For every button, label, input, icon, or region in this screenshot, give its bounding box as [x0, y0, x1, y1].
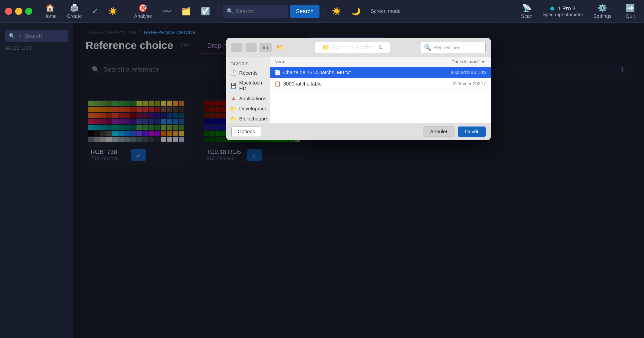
layers-icon: 🗂️ — [182, 7, 191, 16]
development-icon: 📁 — [230, 106, 237, 112]
toolbar-moon[interactable]: 🌙 — [347, 5, 365, 17]
location-folder-icon: 📁 — [323, 44, 329, 51]
moon-icon: 🌙 — [351, 7, 361, 16]
create-label: Create — [67, 13, 82, 19]
applications-label: Applications — [239, 96, 266, 102]
dialog-body: Favoris 🕐 Récents 💾 Macintosh HD 🔺 Appli… — [226, 57, 491, 123]
file-date-2: 22 février 2022 à — [436, 81, 487, 87]
toolbar-right: 📡 Scan i1 Pro 2 Spectrophotometer ⚙️ Set… — [517, 2, 639, 21]
sidebar-item-macintosh[interactable]: 💾 Macintosh HD — [226, 78, 270, 94]
sidebar-dropdown-icon[interactable]: ▼ — [18, 34, 22, 38]
maximize-button[interactable] — [25, 8, 32, 15]
toolbar-screen-mode[interactable]: Screen mode — [367, 7, 405, 16]
toolbar-waveform[interactable]: 〰️ — [158, 5, 175, 17]
macintosh-label: Macintosh HD — [239, 80, 266, 92]
dialog-file-header: Nom Date de modificat — [270, 57, 491, 67]
macintosh-icon: 💾 — [230, 83, 237, 89]
screen-mode-label: Screen mode — [371, 8, 401, 14]
toolbar-home[interactable]: 🏠 Home — [39, 2, 61, 21]
dialog-search-input[interactable] — [434, 45, 482, 51]
sidebar-item-recents[interactable]: 🕐 Récents — [226, 68, 270, 78]
dialog-footer: Options Annuler Ouvrir — [226, 123, 491, 140]
applications-icon: 🔺 — [230, 96, 237, 102]
file-date-1: aujourd'hui à 10:2 — [436, 70, 487, 75]
home-icon: 🏠 — [45, 4, 55, 12]
analyse-label: Analyse — [134, 13, 152, 19]
toolbar-checkmark[interactable]: ✓ — [88, 5, 102, 17]
dialog-location: 📁 Export I1 Profiler ⇅ — [288, 42, 417, 53]
bibliotheque-icon: 📁 — [230, 116, 237, 122]
toolbar-create[interactable]: 🖨️ Create — [63, 2, 86, 21]
dialog-forward-button[interactable]: › — [245, 43, 257, 52]
screen-sun-icon: ☀️ — [332, 7, 341, 16]
sidebar: 🔍 ▼ FILES LIST — [0, 23, 73, 338]
location-arrows-icon: ⇅ — [378, 44, 382, 51]
toolbar-settings[interactable]: ⚙️ Settings — [589, 2, 616, 21]
toolbar-sep-3 — [324, 5, 324, 18]
file-row-2[interactable]: 📋 3000patchs.table 22 février 2022 à — [270, 78, 491, 90]
dialog-sidebar: Favoris 🕐 Récents 💾 Macintosh HD 🔺 Appli… — [226, 57, 270, 123]
toolbar-quit[interactable]: ➡️ Quit — [622, 2, 639, 21]
toolbar-sep-2 — [218, 5, 219, 18]
search-input-toolbar[interactable] — [236, 8, 284, 15]
dialog-options-button[interactable]: Options — [231, 126, 261, 137]
dialog-cancel-button[interactable]: Annuler — [423, 126, 455, 137]
search-active-button[interactable]: Search — [290, 5, 320, 18]
minimize-button[interactable] — [15, 8, 22, 15]
toolbar-layers[interactable]: 🗂️ — [177, 5, 195, 17]
spectro-label: Spectrophotometer — [543, 12, 583, 17]
bibliotheque-label: Bibliothèque — [239, 116, 267, 122]
traffic-lights — [5, 8, 32, 15]
dialog-open-button[interactable]: Ouvrir — [458, 126, 486, 137]
home-label: Home — [43, 13, 57, 19]
sidebar-item-bibliotheque[interactable]: 📁 Bibliothèque — [226, 114, 270, 124]
sidebar-item-applications[interactable]: 🔺 Applications — [226, 94, 270, 104]
toolbar-screen-sun[interactable]: ☀️ — [328, 5, 345, 17]
toolbar-analyse[interactable]: 🎯 Analyse — [130, 2, 156, 21]
spectro-dot — [550, 7, 554, 11]
file-header-date: Date de modificat — [436, 59, 487, 65]
file-dialog: ‹ › ≡ ▾ 📂 📁 Export I1 Profiler ⇅ — [226, 38, 491, 140]
sidebar-search[interactable]: 🔍 ▼ — [5, 30, 68, 42]
create-icon: 🖨️ — [70, 4, 79, 12]
file-icon-table: 📋 — [274, 81, 281, 87]
file-name-2: 3000patchs.table — [283, 81, 434, 87]
dialog-file-list: Nom Date de modificat 📄 Charte de 1514 p… — [270, 57, 491, 123]
spectrophotometer-name: i1 Pro 2 — [550, 5, 576, 12]
dialog-toolbar: ‹ › ≡ ▾ 📂 📁 Export I1 Profiler ⇅ — [226, 38, 491, 57]
dialog-view-button[interactable]: ≡ ▾ — [260, 43, 272, 52]
toolbar: 🏠 Home 🖨️ Create ✓ ☀️ 🎯 Analyse 〰️ 🗂️ ☑️… — [0, 0, 644, 23]
file-icon-txt: 📄 — [274, 69, 281, 75]
dialog-back-button[interactable]: ‹ — [231, 43, 242, 52]
dialog-new-folder-button[interactable]: 📂 — [275, 43, 285, 52]
scan-icon: 📡 — [522, 4, 531, 12]
analyse-icon: 🎯 — [138, 4, 148, 12]
location-name: Export I1 Profiler — [332, 44, 373, 51]
dialog-sidebar-label: Favoris — [226, 60, 270, 68]
toolbar-scan[interactable]: 📡 Scan — [517, 2, 537, 21]
settings-icon: ⚙️ — [598, 4, 607, 12]
dialog-location-select[interactable]: 📁 Export I1 Profiler ⇅ — [315, 42, 390, 53]
file-row-selected[interactable]: 📄 Charte de 1514 patchs_M0.txt aujourd'h… — [270, 67, 491, 78]
sidebar-search-input[interactable] — [24, 33, 64, 39]
dialog-overlay: ‹ › ≡ ▾ 📂 📁 Export I1 Profiler ⇅ — [73, 23, 644, 338]
toolbar-checkbox[interactable]: ☑️ — [197, 5, 214, 17]
list-view-icon: ≡ — [263, 45, 265, 50]
sun-icon: ☀️ — [108, 7, 118, 16]
toolbar-sep-1 — [126, 5, 126, 18]
close-button[interactable] — [5, 8, 12, 15]
dialog-search-icon: 🔍 — [424, 44, 432, 51]
toolbar-sun[interactable]: ☀️ — [104, 5, 122, 17]
chevron-down-icon: ▾ — [266, 45, 269, 50]
toolbar-search-box: 🔍 — [223, 5, 288, 18]
sidebar-search-icon: 🔍 — [9, 33, 15, 39]
files-list-label: FILES LIST — [0, 46, 73, 51]
development-label: Development — [239, 106, 269, 112]
spectro-name-text: i1 Pro 2 — [556, 5, 576, 12]
quit-icon: ➡️ — [626, 4, 635, 12]
scan-label: Scan — [521, 13, 533, 19]
content-area: CHARACTERIZATION / REFERENCE CHOICE Refe… — [73, 23, 644, 338]
recents-icon: 🕐 — [230, 70, 237, 76]
recents-label: Récents — [239, 70, 258, 76]
sidebar-item-development[interactable]: 📁 Development — [226, 104, 270, 114]
